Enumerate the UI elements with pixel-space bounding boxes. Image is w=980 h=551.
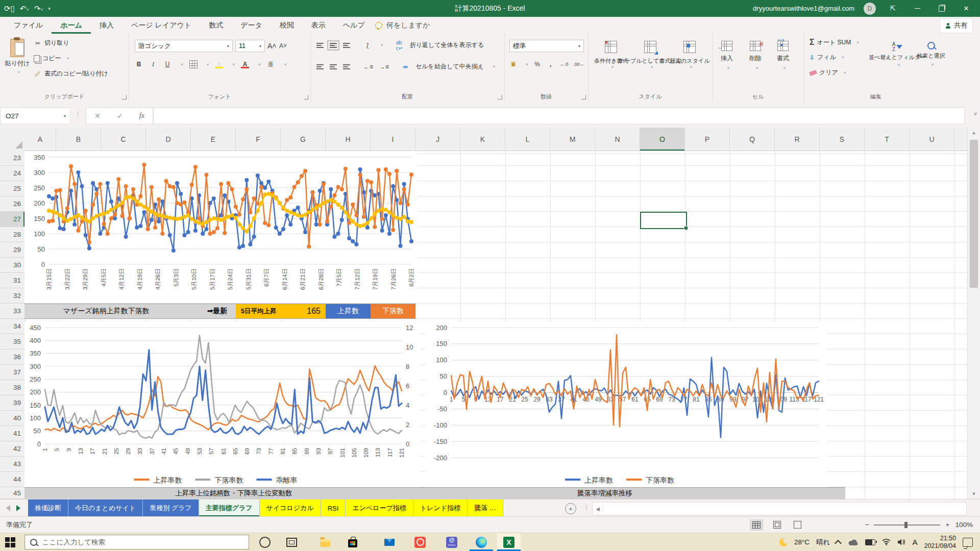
band33-average-cell[interactable]: 5日平均上昇 165 (236, 304, 326, 318)
column-header-M[interactable]: M (550, 128, 595, 151)
task-view-icon[interactable] (280, 533, 303, 551)
select-all-corner[interactable] (0, 128, 25, 151)
sheet-tab-主要指標グラフ[interactable]: 主要指標グラフ (199, 499, 260, 517)
wifi-icon[interactable] (882, 539, 891, 545)
action-center-icon[interactable] (963, 538, 973, 547)
column-header-H[interactable]: H (326, 128, 371, 151)
column-header-K[interactable]: K (460, 128, 505, 151)
account-email[interactable]: dryyourtearswithlove1@gmail.com (753, 5, 854, 12)
column-header-O[interactable]: O (640, 128, 685, 151)
tab-options-icon[interactable]: ⋮ (583, 504, 590, 511)
ribbon-tab-校閲[interactable]: 校閲 (271, 17, 303, 34)
taskbar-search-input[interactable]: ここに入力して検索 (24, 535, 249, 549)
percent-style-button[interactable]: % (533, 60, 542, 68)
row-header-31[interactable]: 31 (0, 273, 24, 288)
ribbon-tab-ページ レイアウト[interactable]: ページ レイアウト (122, 17, 200, 34)
fill-color-icon[interactable]: ◌ (215, 60, 223, 68)
volume-icon[interactable] (897, 539, 905, 545)
edge-icon[interactable] (470, 533, 493, 551)
row-header-26[interactable]: 26 (0, 196, 24, 212)
row-header-36[interactable]: 36 (0, 349, 24, 365)
row-header-27[interactable]: 27 (0, 212, 24, 227)
align-left-icon[interactable] (316, 64, 324, 69)
row-header-39[interactable]: 39 (0, 395, 24, 411)
row-header-45[interactable]: 45 (0, 487, 24, 499)
start-button[interactable] (5, 537, 15, 547)
sheet-tab-エンベロープ指標[interactable]: エンベロープ指標 (346, 499, 413, 517)
font-color-icon[interactable]: A (241, 60, 249, 68)
onedrive-cloud-icon[interactable] (848, 539, 859, 546)
sheet-tab-RSI[interactable]: RSI (321, 499, 346, 517)
tell-me-box[interactable]: 何をしますか (375, 17, 430, 34)
next-sheet-icon[interactable] (16, 505, 20, 511)
band33-down-cell[interactable]: 下落数 (371, 304, 415, 318)
merge-center-button[interactable]: セルを結合して中央揃え (415, 62, 484, 71)
shrink-font-icon[interactable]: A˅ (279, 42, 287, 50)
formula-input[interactable] (153, 107, 965, 124)
sheet-tab-騰落 …[interactable]: 騰落 … (468, 499, 503, 517)
sheet-tab-業種別 グラフ[interactable]: 業種別 グラフ (143, 499, 199, 517)
autosum-button[interactable]: Σオート SUM˅ (810, 38, 859, 47)
clock[interactable]: 21:50 2021/08/04 (924, 535, 956, 550)
fill-button[interactable]: ⇩フィル˅ (810, 53, 844, 62)
ribbon-display-options-icon[interactable]: ⇱ (885, 0, 900, 17)
clear-button[interactable]: クリア˅ (810, 68, 846, 77)
font-dialog-launcher-icon[interactable] (304, 95, 308, 99)
increase-indent-icon[interactable]: →≡ (379, 63, 389, 71)
sort-filter-button[interactable]: AZ 並べ替えとフィルター˅ (880, 42, 915, 67)
accounting-format-icon[interactable]: 🖩 (509, 60, 518, 68)
column-header-R[interactable]: R (775, 128, 820, 151)
selected-cell-O27[interactable] (640, 212, 687, 229)
bold-button[interactable]: B (135, 60, 143, 68)
excel-taskbar-icon[interactable]: X (497, 533, 521, 551)
page-break-view-icon[interactable] (791, 519, 804, 531)
weather-moon-icon[interactable] (779, 538, 788, 546)
column-header-E[interactable]: E (191, 128, 236, 151)
row-header-35[interactable]: 35 (0, 334, 24, 349)
row-header-29[interactable]: 29 (0, 242, 24, 258)
font-size-select[interactable]: 11▾ (235, 40, 265, 52)
ribbon-tab-ホーム[interactable]: ホーム (52, 17, 91, 34)
scroll-up-icon[interactable]: ▲ (968, 128, 980, 138)
name-box[interactable]: O27▾ (0, 107, 70, 124)
format-painter-button[interactable]: 🖉書式のコピー/貼り付け (34, 69, 108, 78)
row-header-28[interactable]: 28 (0, 227, 24, 242)
number-format-select[interactable]: 標準▾ (509, 40, 584, 52)
row-header-40[interactable]: 40 (0, 411, 24, 426)
decrease-decimal-icon[interactable]: .00→ (573, 60, 584, 68)
orange-app-icon[interactable] (408, 533, 432, 551)
row-header-23[interactable]: 23 (0, 151, 24, 166)
paste-button[interactable]: 貼り付け ˅ (4, 37, 31, 86)
ratio-counts-chart[interactable]: 0501001502002503003504004500246810121591… (24, 321, 420, 487)
cancel-formula-icon[interactable]: ✕ (94, 112, 101, 120)
column-header-F[interactable]: F (236, 128, 281, 151)
enter-formula-icon[interactable]: ✓ (117, 112, 123, 120)
comma-style-button[interactable]: , (547, 60, 555, 68)
row-header-44[interactable]: 44 (0, 472, 24, 487)
row-header-37[interactable]: 37 (0, 365, 24, 380)
column-header-B[interactable]: B (56, 128, 101, 151)
sheet-tab-株価診断[interactable]: 株価診断 (28, 499, 68, 517)
decrease-indent-icon[interactable]: ←≡ (363, 63, 373, 71)
weather-desc[interactable]: 晴れ (816, 538, 830, 547)
cut-button[interactable]: ✂切り取り (34, 39, 69, 47)
delete-cells-button[interactable]: ✕ 削除˅ (749, 41, 762, 70)
scroll-left-icon[interactable]: ◀ (593, 506, 603, 512)
band33-up-cell[interactable]: 上昇数 (326, 304, 371, 318)
mothers-advancers-decliners-chart[interactable]: 0501001502002503003503月15日3月22日3月29日4月5日… (24, 151, 418, 303)
ribbon-tab-挿入[interactable]: 挿入 (91, 17, 122, 34)
column-header-S[interactable]: S (820, 128, 865, 151)
underline-button[interactable]: U (163, 60, 172, 68)
insert-function-icon[interactable]: fx (139, 112, 144, 120)
ribbon-tab-表示[interactable]: 表示 (303, 17, 334, 34)
sheet-tab-サイコロジカル[interactable]: サイコロジカル (260, 499, 321, 517)
minimize-button[interactable] (910, 0, 925, 17)
share-button[interactable]: 共有 (940, 18, 973, 33)
row-header-42[interactable]: 42 (0, 441, 24, 457)
prev-sheet-icon[interactable] (6, 505, 10, 511)
horizontal-scrollbar[interactable]: ◀ (592, 502, 967, 515)
column-header-C[interactable]: C (101, 128, 146, 151)
phonetic-icon[interactable]: 亜 (267, 60, 275, 68)
column-header-U[interactable]: U (910, 128, 954, 151)
column-header-A[interactable]: A (24, 128, 56, 151)
